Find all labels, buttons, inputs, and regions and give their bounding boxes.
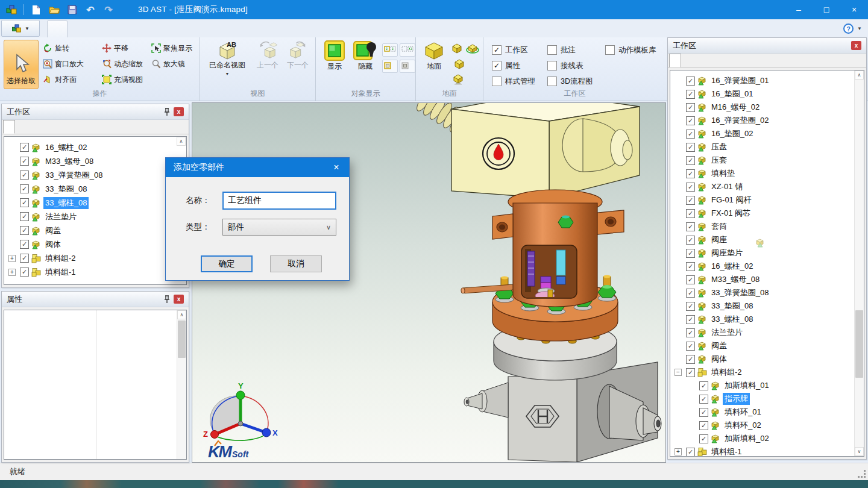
checkbox-icon[interactable]: ✓ bbox=[492, 45, 502, 55]
invert-display-option-button[interactable] bbox=[400, 60, 415, 73]
tree-row[interactable]: ✓ 16_弹簧垫圈_01 bbox=[670, 74, 864, 87]
tree-row[interactable]: ✓ M33_螺母_08 bbox=[670, 273, 864, 286]
tree-checkbox[interactable]: ✓ bbox=[20, 226, 29, 235]
left-panel-tab[interactable] bbox=[3, 120, 15, 134]
expand-toggle-icon[interactable]: + bbox=[8, 269, 16, 276]
tree-item-label[interactable]: 填料组-1 bbox=[43, 266, 78, 278]
tree-checkbox[interactable]: ✓ bbox=[686, 262, 695, 271]
tree-row[interactable]: ✓ 16_垫圈_02 bbox=[670, 127, 864, 140]
tree-checkbox[interactable]: ✓ bbox=[686, 222, 695, 231]
tree-item-label[interactable]: 阀座 bbox=[709, 234, 729, 246]
tree-item-label[interactable]: 填料组-2 bbox=[709, 366, 744, 378]
workspace-toggle[interactable]: 动作模板库 bbox=[605, 45, 678, 55]
tree-checkbox[interactable]: ✓ bbox=[20, 184, 29, 193]
tree-item-label[interactable]: XZ-01 销 bbox=[709, 181, 744, 193]
tree-row[interactable]: ✓ 33_弹簧垫圈_08 bbox=[670, 286, 864, 299]
tree-row[interactable]: ✓ 阀座垫片 bbox=[670, 246, 864, 260]
tree-row[interactable]: ✓ 填料环_01 bbox=[670, 405, 864, 419]
next-view-button[interactable]: 下一个 bbox=[283, 40, 312, 95]
tree-row[interactable]: ✓ 法兰垫片 bbox=[4, 210, 186, 224]
expand-toggle-icon[interactable]: − bbox=[675, 369, 682, 376]
ribbon-tab[interactable] bbox=[47, 20, 68, 37]
redo-button[interactable]: ↷ bbox=[101, 2, 116, 17]
tree-row[interactable]: ✓ 33_螺柱_08 bbox=[670, 313, 864, 326]
right-panel-close-icon[interactable]: x bbox=[851, 41, 861, 50]
tree-checkbox[interactable]: ✓ bbox=[686, 328, 695, 337]
tree-item-label[interactable]: 阀盖 bbox=[709, 340, 729, 352]
tree-row[interactable]: ✓ 33_弹簧垫圈_08 bbox=[4, 168, 186, 182]
tree-checkbox[interactable]: ✓ bbox=[686, 169, 695, 178]
3d-viewport[interactable]: Y X Z KMSoft bbox=[192, 102, 666, 463]
tree-row[interactable]: ✓ 16_螺柱_02 bbox=[670, 260, 864, 273]
help-icon[interactable]: ? bbox=[843, 23, 854, 34]
app-logo-icon[interactable] bbox=[4, 2, 19, 17]
tree-checkbox[interactable]: ✓ bbox=[20, 254, 29, 263]
previous-view-button[interactable]: 上一个 bbox=[253, 40, 282, 95]
properties-panel-close-icon[interactable]: x bbox=[174, 295, 184, 304]
tree-checkbox[interactable]: ✓ bbox=[686, 302, 695, 311]
right-panel-tab[interactable] bbox=[693, 54, 705, 67]
tree-row[interactable]: ✓ 33_垫圈_08 bbox=[4, 182, 186, 196]
close-button[interactable]: × bbox=[840, 0, 868, 19]
expand-toggle-icon[interactable]: + bbox=[8, 255, 16, 262]
pin-icon[interactable] bbox=[163, 108, 171, 116]
undo-button[interactable]: ↶ bbox=[83, 2, 98, 17]
tree-item-label[interactable]: 压套 bbox=[709, 154, 729, 166]
tree-checkbox[interactable]: ✓ bbox=[686, 249, 695, 258]
tree-item-label[interactable]: 33_螺柱_08 bbox=[709, 313, 755, 325]
ground-option-2-button[interactable] bbox=[465, 41, 480, 55]
rotate-button[interactable]: 旋转 bbox=[41, 41, 71, 55]
tree-item-label[interactable]: 加斯填料_02 bbox=[723, 433, 771, 445]
tree-checkbox[interactable]: ✓ bbox=[686, 90, 695, 99]
tree-checkbox[interactable]: ✓ bbox=[20, 212, 29, 221]
tree-checkbox[interactable]: ✓ bbox=[699, 421, 708, 430]
tree-checkbox[interactable]: ✓ bbox=[699, 408, 708, 417]
tree-checkbox[interactable]: ✓ bbox=[686, 183, 695, 192]
tree-row[interactable]: ✓ 阀盖 bbox=[4, 224, 186, 237]
right-panel-tab[interactable] bbox=[681, 54, 693, 67]
tree-item-label[interactable]: M33_螺母_08 bbox=[43, 155, 95, 167]
show-all-option-button[interactable] bbox=[382, 60, 398, 73]
magnifier-button[interactable]: 放大镜 bbox=[149, 57, 187, 71]
tree-item-label[interactable]: 填料环_01 bbox=[723, 406, 763, 418]
tree-row[interactable]: ✓ 套筒 bbox=[670, 220, 864, 233]
tree-item-label[interactable]: 33_垫圈_08 bbox=[43, 183, 89, 195]
tree-checkbox[interactable]: ✓ bbox=[686, 368, 695, 377]
tree-item-label[interactable]: 16_弹簧垫圈_02 bbox=[709, 114, 770, 127]
checkbox-icon[interactable] bbox=[605, 45, 615, 55]
tree-row[interactable]: ✓ 填料垫 bbox=[670, 167, 864, 180]
tree-item-label[interactable]: 33_弹簧垫圈_08 bbox=[709, 287, 770, 299]
tree-checkbox[interactable]: ✓ bbox=[686, 448, 695, 457]
tree-checkbox[interactable]: ✓ bbox=[699, 434, 708, 443]
tree-row[interactable]: − ✓ 填料组-2 bbox=[670, 366, 864, 379]
tree-item-label[interactable]: 套筒 bbox=[709, 221, 729, 233]
ribbon-tab[interactable] bbox=[106, 20, 125, 37]
tree-item-label[interactable]: 填料组-1 bbox=[709, 446, 744, 457]
tree-checkbox[interactable]: ✓ bbox=[686, 275, 695, 284]
ribbon-tab[interactable] bbox=[68, 20, 87, 37]
workspace-toggle[interactable]: 3D流程图 bbox=[547, 77, 605, 87]
right-panel-tab[interactable] bbox=[669, 54, 681, 67]
ribbon-tab[interactable] bbox=[145, 20, 164, 37]
tree-row[interactable]: ✓ M33_螺母_08 bbox=[4, 154, 186, 168]
tree-row[interactable]: ✓ 16_弹簧垫圈_02 bbox=[670, 114, 864, 127]
pin-icon[interactable] bbox=[163, 295, 171, 304]
tree-item-label[interactable]: 压盘 bbox=[709, 141, 729, 153]
resize-grip-icon[interactable] bbox=[858, 470, 866, 478]
left-panel-tab[interactable] bbox=[15, 120, 27, 134]
tree-item-label[interactable]: 阀盖 bbox=[43, 225, 63, 237]
help-dropdown-caret[interactable]: ▼ bbox=[857, 26, 862, 31]
tree-row[interactable]: ✓ 33_螺柱_08 bbox=[4, 196, 186, 210]
scroll-up-button[interactable]: ∧ bbox=[177, 310, 186, 319]
workspace-toggle[interactable]: 批注 bbox=[547, 45, 605, 55]
maximize-button[interactable]: □ bbox=[813, 0, 840, 19]
name-input[interactable] bbox=[222, 192, 336, 210]
tree-checkbox[interactable]: ✓ bbox=[686, 130, 695, 139]
show-button[interactable]: 显示 bbox=[321, 40, 348, 95]
tree-item-label[interactable]: 16_垫圈_02 bbox=[709, 128, 755, 140]
tree-checkbox[interactable]: ✓ bbox=[20, 240, 29, 249]
tree-item-label[interactable]: M33_螺母_08 bbox=[709, 274, 761, 286]
checkbox-icon[interactable]: ✓ bbox=[492, 61, 502, 70]
tree-row[interactable]: + ✓ 填料组-1 bbox=[4, 265, 186, 279]
tree-item-label[interactable]: 法兰垫片 bbox=[43, 211, 78, 223]
